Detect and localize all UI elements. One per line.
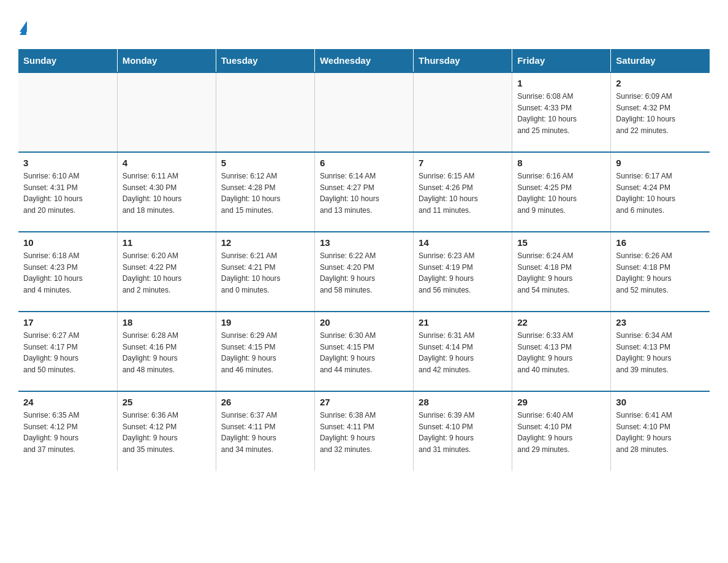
day-info: Sunrise: 6:33 AM Sunset: 4:13 PM Dayligh… xyxy=(517,330,605,375)
day-number: 23 xyxy=(616,317,705,327)
calendar-cell: 12Sunrise: 6:21 AM Sunset: 4:21 PM Dayli… xyxy=(216,232,314,312)
calendar-cell xyxy=(314,72,413,152)
day-info: Sunrise: 6:34 AM Sunset: 4:13 PM Dayligh… xyxy=(616,330,705,375)
day-number: 19 xyxy=(221,317,309,327)
calendar-cell: 10Sunrise: 6:18 AM Sunset: 4:23 PM Dayli… xyxy=(18,232,117,312)
calendar-week-1: 1Sunrise: 6:08 AM Sunset: 4:33 PM Daylig… xyxy=(18,72,710,152)
day-number: 11 xyxy=(123,237,211,248)
calendar-cell: 19Sunrise: 6:29 AM Sunset: 4:15 PM Dayli… xyxy=(216,312,314,391)
weekday-header-thursday: Thursday xyxy=(414,49,512,72)
day-number: 7 xyxy=(419,158,507,168)
day-info: Sunrise: 6:41 AM Sunset: 4:10 PM Dayligh… xyxy=(616,410,705,455)
day-number: 10 xyxy=(23,237,112,248)
calendar-cell xyxy=(216,72,314,152)
day-number: 15 xyxy=(517,237,605,248)
day-info: Sunrise: 6:09 AM Sunset: 4:32 PM Dayligh… xyxy=(616,91,705,136)
day-info: Sunrise: 6:38 AM Sunset: 4:11 PM Dayligh… xyxy=(320,410,408,455)
day-number: 9 xyxy=(616,158,705,168)
day-info: Sunrise: 6:27 AM Sunset: 4:17 PM Dayligh… xyxy=(23,330,112,375)
day-info: Sunrise: 6:31 AM Sunset: 4:14 PM Dayligh… xyxy=(419,330,507,375)
day-info: Sunrise: 6:24 AM Sunset: 4:18 PM Dayligh… xyxy=(517,250,605,296)
calendar-cell: 23Sunrise: 6:34 AM Sunset: 4:13 PM Dayli… xyxy=(611,312,710,391)
day-info: Sunrise: 6:16 AM Sunset: 4:25 PM Dayligh… xyxy=(517,170,605,216)
logo xyxy=(18,12,27,38)
calendar-cell: 22Sunrise: 6:33 AM Sunset: 4:13 PM Dayli… xyxy=(512,312,611,391)
calendar-cell: 13Sunrise: 6:22 AM Sunset: 4:20 PM Dayli… xyxy=(314,232,413,312)
day-info: Sunrise: 6:08 AM Sunset: 4:33 PM Dayligh… xyxy=(517,91,605,136)
day-info: Sunrise: 6:30 AM Sunset: 4:15 PM Dayligh… xyxy=(320,330,408,375)
calendar-cell: 2Sunrise: 6:09 AM Sunset: 4:32 PM Daylig… xyxy=(611,72,710,152)
day-number: 6 xyxy=(320,158,408,168)
day-info: Sunrise: 6:18 AM Sunset: 4:23 PM Dayligh… xyxy=(23,250,112,296)
day-number: 8 xyxy=(517,158,605,168)
day-number: 18 xyxy=(123,317,211,327)
weekday-header-tuesday: Tuesday xyxy=(216,49,314,72)
calendar-table: SundayMondayTuesdayWednesdayThursdayFrid… xyxy=(18,49,710,471)
day-number: 1 xyxy=(517,78,605,88)
calendar-cell: 18Sunrise: 6:28 AM Sunset: 4:16 PM Dayli… xyxy=(117,312,216,391)
calendar-week-4: 17Sunrise: 6:27 AM Sunset: 4:17 PM Dayli… xyxy=(18,312,710,391)
calendar-cell: 5Sunrise: 6:12 AM Sunset: 4:28 PM Daylig… xyxy=(216,152,314,232)
calendar-week-2: 3Sunrise: 6:10 AM Sunset: 4:31 PM Daylig… xyxy=(18,152,710,232)
weekday-header-monday: Monday xyxy=(117,49,216,72)
calendar-header: SundayMondayTuesdayWednesdayThursdayFrid… xyxy=(18,49,710,72)
calendar-cell: 15Sunrise: 6:24 AM Sunset: 4:18 PM Dayli… xyxy=(512,232,611,312)
calendar-cell: 29Sunrise: 6:40 AM Sunset: 4:10 PM Dayli… xyxy=(512,391,611,471)
day-info: Sunrise: 6:12 AM Sunset: 4:28 PM Dayligh… xyxy=(221,170,309,216)
calendar-cell: 17Sunrise: 6:27 AM Sunset: 4:17 PM Dayli… xyxy=(18,312,117,391)
calendar-cell xyxy=(18,72,117,152)
weekday-header-sunday: Sunday xyxy=(18,49,117,72)
day-number: 17 xyxy=(23,317,112,327)
logo-arrow-icon xyxy=(20,25,26,35)
day-info: Sunrise: 6:37 AM Sunset: 4:11 PM Dayligh… xyxy=(221,410,309,455)
day-number: 14 xyxy=(419,237,507,248)
calendar-cell: 14Sunrise: 6:23 AM Sunset: 4:19 PM Dayli… xyxy=(414,232,512,312)
day-info: Sunrise: 6:21 AM Sunset: 4:21 PM Dayligh… xyxy=(221,250,309,296)
day-info: Sunrise: 6:17 AM Sunset: 4:24 PM Dayligh… xyxy=(616,170,705,216)
day-number: 20 xyxy=(320,317,408,327)
calendar-week-3: 10Sunrise: 6:18 AM Sunset: 4:23 PM Dayli… xyxy=(18,232,710,312)
day-info: Sunrise: 6:14 AM Sunset: 4:27 PM Dayligh… xyxy=(320,170,408,216)
day-info: Sunrise: 6:22 AM Sunset: 4:20 PM Dayligh… xyxy=(320,250,408,296)
calendar-body: 1Sunrise: 6:08 AM Sunset: 4:33 PM Daylig… xyxy=(18,72,710,471)
day-number: 4 xyxy=(123,158,211,168)
calendar-cell: 24Sunrise: 6:35 AM Sunset: 4:12 PM Dayli… xyxy=(18,391,117,471)
day-info: Sunrise: 6:10 AM Sunset: 4:31 PM Dayligh… xyxy=(23,170,112,216)
day-number: 30 xyxy=(616,397,705,407)
day-number: 16 xyxy=(616,237,705,248)
day-number: 24 xyxy=(23,397,112,407)
calendar-cell: 16Sunrise: 6:26 AM Sunset: 4:18 PM Dayli… xyxy=(611,232,710,312)
day-info: Sunrise: 6:23 AM Sunset: 4:19 PM Dayligh… xyxy=(419,250,507,296)
calendar-cell: 30Sunrise: 6:41 AM Sunset: 4:10 PM Dayli… xyxy=(611,391,710,471)
day-info: Sunrise: 6:39 AM Sunset: 4:10 PM Dayligh… xyxy=(419,410,507,455)
calendar-cell: 9Sunrise: 6:17 AM Sunset: 4:24 PM Daylig… xyxy=(611,152,710,232)
day-number: 3 xyxy=(23,158,112,168)
calendar-cell xyxy=(414,72,512,152)
day-number: 12 xyxy=(221,237,309,248)
calendar-cell: 20Sunrise: 6:30 AM Sunset: 4:15 PM Dayli… xyxy=(314,312,413,391)
calendar-cell: 6Sunrise: 6:14 AM Sunset: 4:27 PM Daylig… xyxy=(314,152,413,232)
day-info: Sunrise: 6:28 AM Sunset: 4:16 PM Dayligh… xyxy=(123,330,211,375)
day-info: Sunrise: 6:26 AM Sunset: 4:18 PM Dayligh… xyxy=(616,250,705,296)
day-number: 21 xyxy=(419,317,507,327)
calendar-cell: 25Sunrise: 6:36 AM Sunset: 4:12 PM Dayli… xyxy=(117,391,216,471)
day-info: Sunrise: 6:15 AM Sunset: 4:26 PM Dayligh… xyxy=(419,170,507,216)
calendar-cell: 1Sunrise: 6:08 AM Sunset: 4:33 PM Daylig… xyxy=(512,72,611,152)
day-number: 13 xyxy=(320,237,408,248)
calendar-cell: 3Sunrise: 6:10 AM Sunset: 4:31 PM Daylig… xyxy=(18,152,117,232)
calendar-cell: 28Sunrise: 6:39 AM Sunset: 4:10 PM Dayli… xyxy=(414,391,512,471)
weekday-header-saturday: Saturday xyxy=(611,49,710,72)
day-number: 26 xyxy=(221,397,309,407)
calendar-week-5: 24Sunrise: 6:35 AM Sunset: 4:12 PM Dayli… xyxy=(18,391,710,471)
day-info: Sunrise: 6:29 AM Sunset: 4:15 PM Dayligh… xyxy=(221,330,309,375)
day-number: 25 xyxy=(123,397,211,407)
calendar-cell: 21Sunrise: 6:31 AM Sunset: 4:14 PM Dayli… xyxy=(414,312,512,391)
calendar-cell: 4Sunrise: 6:11 AM Sunset: 4:30 PM Daylig… xyxy=(117,152,216,232)
day-number: 5 xyxy=(221,158,309,168)
day-info: Sunrise: 6:40 AM Sunset: 4:10 PM Dayligh… xyxy=(517,410,605,455)
calendar-cell: 11Sunrise: 6:20 AM Sunset: 4:22 PM Dayli… xyxy=(117,232,216,312)
day-info: Sunrise: 6:20 AM Sunset: 4:22 PM Dayligh… xyxy=(123,250,211,296)
day-info: Sunrise: 6:36 AM Sunset: 4:12 PM Dayligh… xyxy=(123,410,211,455)
weekday-row: SundayMondayTuesdayWednesdayThursdayFrid… xyxy=(18,49,710,72)
day-number: 2 xyxy=(616,78,705,88)
